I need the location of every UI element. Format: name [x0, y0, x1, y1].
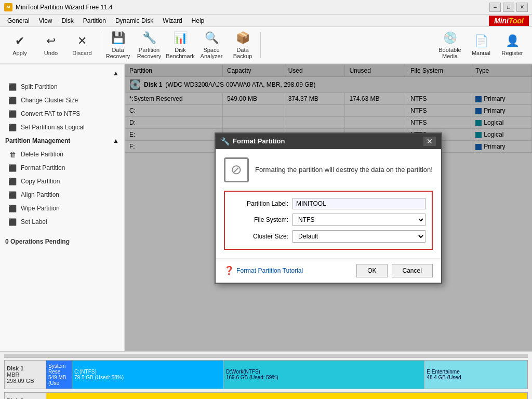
disk-benchmark-button[interactable]: 📊 Disk Benchmark [165, 28, 196, 62]
sidebar-item-split-partition[interactable]: ⬛ Split Partition [0, 80, 124, 94]
minimize-button[interactable]: – [489, 3, 501, 12]
sidebar: ▲ ⬛ Split Partition ⬛ Change Cluster Siz… [0, 64, 125, 351]
menu-help[interactable]: Help [188, 16, 209, 25]
manual-icon: 📄 [474, 34, 488, 48]
sidebar-item-change-cluster[interactable]: ⬛ Change Cluster Size [0, 94, 124, 107]
bootable-media-button[interactable]: 💿 Bootable Media [434, 28, 466, 62]
discard-button[interactable]: ✕ Discard [66, 28, 98, 62]
sidebar-item-set-label[interactable]: ⬛ Set Label [0, 215, 124, 229]
cluster-size-select[interactable]: Default 512 Bytes 1 KB 2 KB 4 KB 8 KB [292, 230, 425, 243]
sidebar-label-change-cluster: Change Cluster Size [21, 97, 78, 104]
title-bar: M MiniTool Partition Wizard Free 11.4 – … [0, 0, 532, 15]
sidebar-label-set-label: Set Label [21, 218, 47, 225]
part-d[interactable]: D:Work(NTFS) 169.6 GB (Used: 59%) [224, 361, 424, 389]
sidebar-label-split-partition: Split Partition [21, 83, 58, 90]
disk2-map-info: Disk 2 MBR 14.32 GB [5, 393, 46, 399]
tutorial-link[interactable]: ❓ Format Partition Tutorial [224, 265, 303, 275]
wipe-icon: ⬛ [8, 204, 17, 212]
maximize-button[interactable]: □ [503, 3, 514, 12]
partition-recovery-label: Partition Recovery [135, 47, 164, 59]
partition-management-title: Partition Management [5, 137, 70, 144]
copy-icon: ⬛ [8, 177, 17, 185]
dialog-body: ⊘ Formating the partition will destroy t… [216, 149, 441, 258]
file-system-select[interactable]: NTFS FAT32 exFAT Ext2 Ext3 Ext4 [292, 214, 425, 226]
menu-dynamic-disk[interactable]: Dynamic Disk [111, 16, 157, 25]
menu-view[interactable]: View [35, 16, 57, 25]
sidebar-item-format[interactable]: ⬛ Format Partition [0, 161, 124, 175]
dialog-warning: ⊘ Formating the partition will destroy t… [224, 157, 433, 182]
dialog-cancel-button[interactable]: Cancel [392, 264, 433, 277]
sidebar-section-ops-header: ▲ [0, 66, 124, 80]
sidebar-item-copy[interactable]: ⬛ Copy Partition [0, 175, 124, 188]
register-button[interactable]: 👤 Register [497, 28, 528, 62]
menu-disk[interactable]: Disk [58, 16, 78, 25]
part-label: System Rese [48, 363, 70, 375]
sidebar-item-wipe[interactable]: ⬛ Wipe Partition [0, 202, 124, 215]
menu-partition[interactable]: Partition [79, 16, 110, 25]
apply-icon: ✔ [15, 34, 24, 48]
convert-fat-icon: ⬛ [8, 110, 17, 118]
part-e[interactable]: E:Entertainme 48.4 GB (Used [424, 361, 527, 389]
part-label: C:(NTFS) [74, 369, 221, 375]
apply-button[interactable]: ✔ Apply [4, 28, 35, 62]
disk1-partitions: System Rese 549 MB (Use C:(NTFS) 79.5 GB… [46, 361, 527, 389]
partition-label-label: Partition Label: [231, 200, 288, 207]
align-icon: ⬛ [8, 191, 17, 199]
set-label-icon: ⬛ [8, 218, 17, 226]
dialog-footer: ❓ Format Partition Tutorial OK Cancel [216, 258, 441, 283]
space-analyzer-button[interactable]: 🔍 Space Analyzer [196, 28, 227, 62]
menu-wizard[interactable]: Wizard [158, 16, 186, 25]
warning-text: Formating the partition will destroy the… [255, 166, 433, 174]
sidebar-label-wipe: Wipe Partition [21, 205, 60, 212]
partition-label-row: Partition Label: [231, 198, 425, 209]
menu-items: General View Disk Partition Dynamic Disk… [3, 16, 208, 25]
toolbar-sep-1 [100, 32, 100, 58]
partition-recovery-button[interactable]: 🔧 Partition Recovery [134, 28, 165, 62]
register-label: Register [502, 50, 523, 56]
part-detail: 169.6 GB (Used: 59%) [226, 375, 422, 380]
part-f[interactable]: F:MINITOOL(FAT32) 14.3 GB (Used: 2%) [46, 393, 527, 399]
undo-icon: ↩ [46, 34, 56, 48]
manual-button[interactable]: 📄 Manual [466, 28, 497, 62]
bootable-media-label: Bootable Media [435, 47, 464, 59]
part-label: D:Work(NTFS) [226, 369, 422, 375]
dialog-ok-button[interactable]: OK [356, 264, 387, 277]
sidebar-item-delete[interactable]: 🗑 Delete Partition [0, 148, 124, 161]
undo-button[interactable]: ↩ Undo [35, 28, 66, 62]
toolbar: ✔ Apply ↩ Undo ✕ Discard 💾 Data Recovery… [0, 27, 532, 64]
data-recovery-button[interactable]: 💾 Data Recovery [102, 28, 134, 62]
sidebar-label-copy: Copy Partition [21, 178, 60, 185]
warning-icon: ⊘ [224, 157, 249, 182]
dialog-buttons: OK Cancel [356, 264, 433, 277]
discard-label: Discard [72, 50, 91, 56]
space-analyzer-label: Space Analyzer [197, 47, 226, 59]
manual-label: Manual [472, 50, 490, 56]
dialog-close-button[interactable]: ✕ [423, 137, 436, 146]
sidebar-collapse-icon[interactable]: ▲ [113, 70, 119, 77]
cluster-size-row: Cluster Size: Default 512 Bytes 1 KB 2 K… [231, 230, 425, 243]
sidebar-item-set-logical[interactable]: ⬛ Set Partition as Logical [0, 121, 124, 134]
help-icon: ❓ [224, 265, 234, 275]
data-backup-button[interactable]: 📦 Data Backup [227, 28, 258, 62]
content-area: Partition Capacity Used Unused File Syst… [125, 64, 532, 351]
pm-collapse-icon[interactable]: ▲ [113, 137, 119, 144]
partition-label-input[interactable] [292, 198, 425, 209]
scroll-bar[interactable] [4, 354, 528, 358]
sidebar-label-format: Format Partition [21, 164, 65, 171]
app-icon: M [4, 3, 12, 11]
part-detail: 79.5 GB (Used: 58%) [74, 375, 221, 380]
sidebar-label-set-logical: Set Partition as Logical [21, 124, 85, 131]
part-c[interactable]: C:(NTFS) 79.5 GB (Used: 58%) [72, 361, 224, 389]
part-system[interactable]: System Rese 549 MB (Use [46, 361, 72, 389]
dialog-title-text: Format Partition [233, 137, 285, 145]
disk1-map-row: Disk 1 MBR 298.09 GB System Rese 549 MB … [4, 360, 528, 389]
bootable-media-icon: 💿 [443, 31, 457, 45]
sidebar-item-align[interactable]: ⬛ Align Partition [0, 188, 124, 202]
split-partition-icon: ⬛ [8, 83, 17, 91]
menu-general[interactable]: General [3, 16, 34, 25]
data-recovery-icon: 💾 [111, 31, 125, 45]
data-backup-label: Data Backup [228, 47, 257, 59]
sidebar-item-convert-fat[interactable]: ⬛ Convert FAT to NTFS [0, 107, 124, 121]
disk2-partitions: F:MINITOOL(FAT32) 14.3 GB (Used: 2%) [46, 393, 527, 399]
close-button[interactable]: ✕ [516, 3, 528, 12]
